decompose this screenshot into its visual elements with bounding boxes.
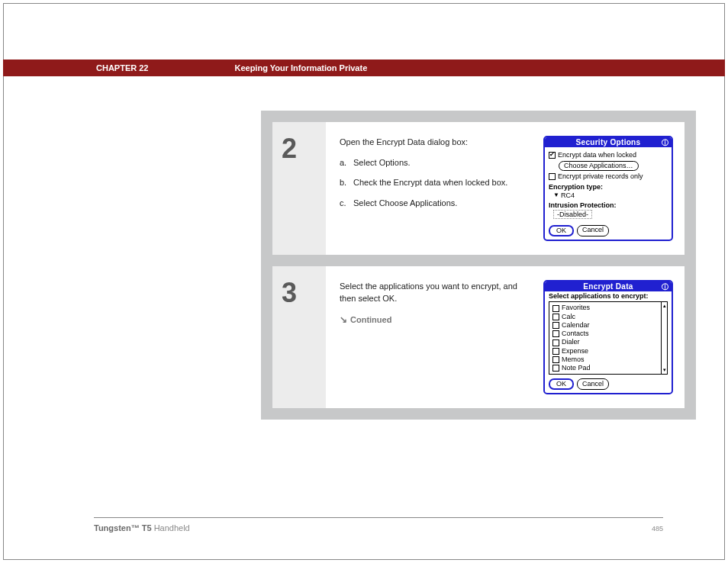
ok-button[interactable]: OK [549, 378, 574, 390]
step-intro: Select the applications you want to encr… [340, 280, 534, 305]
substep: b.Check the Encrypt data when locked box… [340, 176, 534, 189]
continued-arrow-icon: ↘ [340, 314, 347, 325]
step-number: 3 [272, 266, 326, 409]
footer-rule [94, 517, 663, 518]
encrypt-data-dialog: Encrypt Data ⓘ Select applications to en… [543, 280, 673, 395]
list-item[interactable]: Calc [552, 313, 659, 321]
dialog-titlebar: Encrypt Data ⓘ [545, 282, 672, 291]
chapter-number: CHAPTER 22 [96, 63, 148, 72]
step-intro: Open the Encrypt Data dialog box: [340, 136, 534, 149]
chapter-header: CHAPTER 22 Keeping Your Information Priv… [3, 60, 725, 76]
cancel-button[interactable]: Cancel [577, 225, 609, 236]
list-item[interactable]: Note Pad [552, 364, 659, 372]
checkbox-unchecked-icon[interactable] [552, 330, 559, 337]
encrypt-when-locked-row[interactable]: ✔ Encrypt data when locked [549, 151, 668, 159]
dropdown-arrow-icon: ▼ [553, 191, 559, 198]
checkbox-unchecked-icon[interactable] [552, 314, 559, 320]
list-item[interactable]: Memos [552, 355, 659, 364]
checkbox-unchecked-icon[interactable] [552, 305, 559, 312]
applications-list: Favorites Calc Calendar Contacts Dialer … [549, 301, 668, 375]
page-footer: Tungsten™ T5 Handheld 485 [94, 523, 663, 532]
list-item[interactable]: Contacts [552, 330, 659, 338]
product-name: Tungsten™ T5 Handheld [94, 523, 190, 532]
checkbox-unchecked-icon[interactable] [549, 173, 556, 180]
substep-list: a.Select Options. b.Check the Encrypt da… [340, 156, 534, 210]
info-icon[interactable]: ⓘ [662, 138, 669, 146]
checkbox-unchecked-icon[interactable] [552, 339, 559, 346]
scrollbar[interactable]: ▴ ▾ [661, 302, 667, 374]
substep: c.Select Choose Applications. [340, 197, 534, 210]
substep: a.Select Options. [340, 156, 534, 169]
step-number: 2 [272, 122, 326, 255]
checkbox-checked-icon[interactable]: ✔ [549, 152, 556, 159]
scroll-down-icon[interactable]: ▾ [663, 367, 666, 373]
select-apps-prompt: Select applications to encrypt: [545, 291, 672, 301]
dialog-title: Security Options [576, 138, 641, 146]
page-number: 485 [652, 525, 663, 532]
step-text: Open the Encrypt Data dialog box: a.Sele… [340, 136, 534, 241]
list-item[interactable]: Expense [552, 347, 659, 355]
checkbox-unchecked-icon[interactable] [552, 356, 559, 363]
intrusion-protection-value[interactable]: -Disabled- [553, 210, 592, 219]
encrypt-private-only-row[interactable]: Encrypt private records only [549, 172, 668, 181]
dropdown-value: RC4 [561, 191, 575, 199]
step-body: Select the applications you want to encr… [326, 266, 685, 409]
encryption-type-dropdown[interactable]: ▼ RC4 [553, 191, 575, 199]
choose-applications-button[interactable]: Choose Applications… [559, 161, 639, 172]
cancel-button[interactable]: Cancel [577, 378, 609, 390]
chapter-title: Keeping Your Information Private [234, 63, 367, 72]
ok-button[interactable]: OK [549, 225, 574, 236]
checkbox-label: Encrypt private records only [558, 172, 643, 181]
step-row-2: 2 Open the Encrypt Data dialog box: a.Se… [272, 122, 685, 255]
security-options-dialog: Security Options ⓘ ✔ Encrypt data when l… [543, 136, 673, 241]
step-row-3: 3 Select the applications you want to en… [272, 266, 685, 409]
checkbox-unchecked-icon[interactable] [552, 322, 559, 329]
list-item[interactable]: Dialer [552, 338, 659, 346]
list-item[interactable]: Calendar [552, 321, 659, 330]
list-item[interactable]: Favorites [552, 304, 659, 312]
checkbox-unchecked-icon[interactable] [552, 348, 559, 355]
steps-panel: 2 Open the Encrypt Data dialog box: a.Se… [261, 111, 696, 420]
checkbox-label: Encrypt data when locked [558, 151, 636, 159]
step-body: Open the Encrypt Data dialog box: a.Sele… [326, 122, 685, 255]
encryption-type-label: Encryption type: [549, 183, 668, 191]
scroll-up-icon[interactable]: ▴ [663, 303, 666, 309]
continued-indicator: ↘Continued [340, 313, 534, 327]
intrusion-protection-label: Intrusion Protection: [549, 201, 668, 209]
dialog-titlebar: Security Options ⓘ [545, 137, 672, 147]
dialog-title: Encrypt Data [583, 282, 633, 291]
checkbox-unchecked-icon[interactable] [552, 365, 559, 372]
step-text: Select the applications you want to encr… [340, 280, 534, 395]
info-icon[interactable]: ⓘ [662, 282, 669, 290]
